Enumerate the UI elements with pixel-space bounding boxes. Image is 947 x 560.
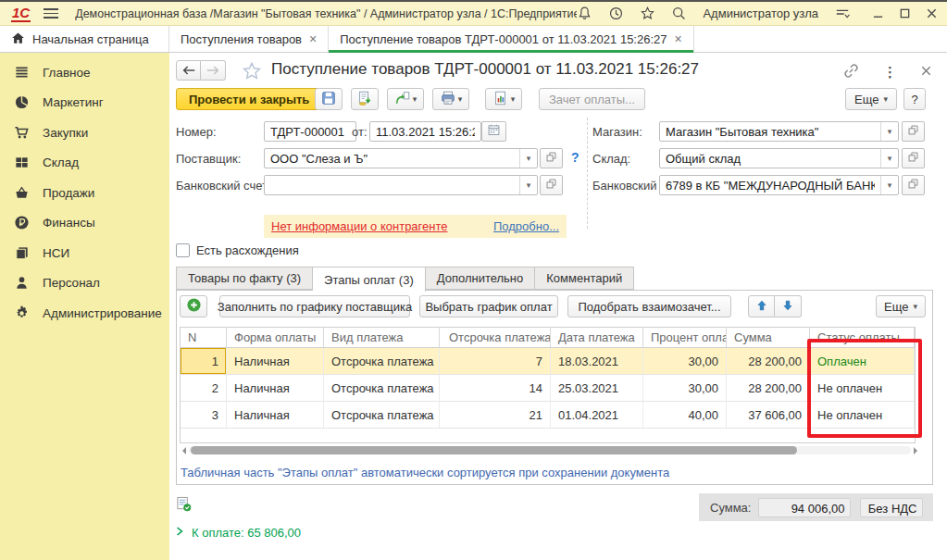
col-header-payment-percent[interactable]: Процент оплаты [643,328,727,348]
dropdown-caret-icon[interactable]: ▾ [880,149,898,168]
warehouse-open-button[interactable] [902,148,925,168]
supplier-input[interactable] [265,149,519,168]
save-button[interactable] [315,88,343,110]
forward-button[interactable] [201,60,226,81]
tab-goods-receipt-document[interactable]: Поступление товаров ТДРТ-000001 от 11.03… [329,26,694,52]
service-menu-icon[interactable] [834,6,851,21]
table-row[interactable]: 1 Наличная Отсрочка платежа 7 18.03.2021… [181,348,915,375]
history-icon[interactable] [608,6,624,21]
choose-payment-schedule-button[interactable]: Выбрать график оплат [419,295,558,317]
close-tab-icon[interactable]: × [309,31,317,46]
tab-additional[interactable]: Дополнительно [426,267,536,290]
store-input[interactable] [660,122,880,141]
more-actions-dots-icon[interactable]: ⋮ [883,64,897,81]
supplier-help-icon[interactable]: ? [571,150,579,165]
store-open-button[interactable] [902,121,925,142]
status-badge[interactable]: Оплачен [810,348,915,375]
calendar-button[interactable] [481,121,506,142]
horizontal-scrollbar[interactable] [180,444,920,456]
discrepancy-checkbox[interactable] [176,243,190,257]
add-row-button[interactable] [180,295,207,317]
supplier-field[interactable]: ▾ [264,148,538,168]
bank-account-left-input[interactable] [265,176,519,194]
col-header-payment-status[interactable]: Статус оплаты [810,328,915,348]
print-button[interactable]: ▾ [432,88,469,110]
move-row-down-button[interactable] [775,295,802,317]
status-badge[interactable]: Не оплачен [810,375,915,402]
date-field[interactable] [369,121,481,142]
document-form: Поступление товаров ТДРТ-000001 от 11.03… [169,53,947,560]
bank-account-left-open-button[interactable] [540,175,563,195]
more-button[interactable]: Еще▾ [845,88,897,110]
reports-button[interactable]: ▾ [485,88,522,110]
table-row[interactable]: 3 Наличная Отсрочка платежа 21 01.04.202… [181,402,915,429]
help-button[interactable]: ? [903,88,926,110]
scroll-right-icon[interactable] [911,444,920,456]
sidebar-item-marketing[interactable]: Маркетинг [0,88,169,118]
favorite-star-icon[interactable] [241,60,263,85]
close-document-icon[interactable] [920,65,932,80]
no-counterparty-info-link[interactable]: Нет информации о контрагенте [271,219,448,233]
col-header-sum[interactable]: Сумма [727,328,810,348]
sidebar-item-main[interactable]: Главное [0,57,169,88]
sidebar-item-nsi[interactable]: НСИ [0,238,169,268]
col-header-payment-form[interactable]: Форма оплаты [227,328,324,348]
tab-goods-by-fact[interactable]: Товары по факту (3) [176,267,313,290]
close-tab-icon[interactable]: × [675,31,682,46]
dropdown-caret-icon[interactable]: ▾ [880,122,898,141]
tab-goods-receipts-list[interactable]: Поступления товаров × [169,26,329,52]
fill-by-supplier-schedule-button[interactable]: Заполнить по графику поставщика [219,295,410,317]
scroll-left-icon[interactable] [180,444,189,456]
bank-account-right-open-button[interactable] [902,175,925,195]
col-header-payment-date[interactable]: Дата платежа [551,328,643,348]
notifications-bell-icon[interactable] [577,6,592,21]
favorites-star-icon[interactable] [640,6,655,21]
sidebar-item-personnel[interactable]: Персонал [0,268,169,299]
sidebar-item-warehouse[interactable]: Склад [0,148,169,179]
scrollbar-thumb[interactable] [191,446,797,454]
pie-chart-icon [14,94,30,110]
sidebar-item-purchases[interactable]: Закупки [0,118,169,148]
pick-offset-button[interactable]: Подобрать взаимозачет... [567,295,731,317]
tab-payment-stages[interactable]: Этапы оплат (3) [313,267,426,292]
bank-account-right-field[interactable]: ▾ [659,175,899,195]
hamburger-menu-icon[interactable] [44,8,58,19]
create-based-on-button[interactable]: ▾ [387,88,424,110]
table-row[interactable]: 2 Наличная Отсрочка платежа 14 25.03.202… [181,375,915,402]
maximize-icon[interactable] [899,7,911,19]
tab-comment[interactable]: Комментарий [535,267,634,290]
supplier-open-button[interactable] [540,148,563,168]
move-row-up-button[interactable] [748,295,775,317]
bank-account-left-field[interactable]: ▾ [264,175,538,195]
current-user[interactable]: Администратор узла [703,6,818,20]
warehouse-field[interactable]: ▾ [659,148,899,168]
col-header-n[interactable]: N [181,328,227,348]
document-movements-icon[interactable] [176,496,192,515]
get-link-icon[interactable] [842,62,860,82]
dropdown-caret-icon[interactable]: ▾ [519,149,537,168]
tab-home-page[interactable]: Начальная страница [0,26,169,52]
dropdown-caret-icon[interactable]: ▾ [880,176,898,194]
back-button[interactable] [176,60,201,81]
post-document-button[interactable] [351,88,379,110]
dropdown-caret-icon[interactable]: ▾ [519,176,537,194]
post-and-close-button[interactable]: Провести и закрыть [176,88,322,110]
store-field[interactable]: ▾ [659,121,899,142]
warehouse-input[interactable] [660,149,880,168]
sidebar-item-finance[interactable]: Финансы [0,208,169,239]
1c-logo-icon: 1С [11,6,31,22]
close-window-icon[interactable] [926,7,938,19]
minimize-icon[interactable] [872,7,884,19]
sidebar-item-administration[interactable]: Администрирование [0,298,169,329]
col-header-payment-delay[interactable]: Отсрочка платежа [440,328,551,348]
number-field[interactable] [264,121,356,142]
payment-offset-button[interactable]: Зачет оплаты... [539,88,645,110]
col-header-payment-type[interactable]: Вид платежа [324,328,440,348]
search-icon[interactable] [671,6,687,21]
sidebar-item-sales[interactable]: Продажи [0,178,169,208]
status-badge[interactable]: Не оплачен [810,402,915,429]
details-link[interactable]: Подробно... [493,219,559,233]
table-more-button[interactable]: Еще▾ [876,295,926,317]
to-pay-expander[interactable]: К оплате: 65 806,00 [176,526,301,540]
bank-account-right-input[interactable] [660,176,880,194]
